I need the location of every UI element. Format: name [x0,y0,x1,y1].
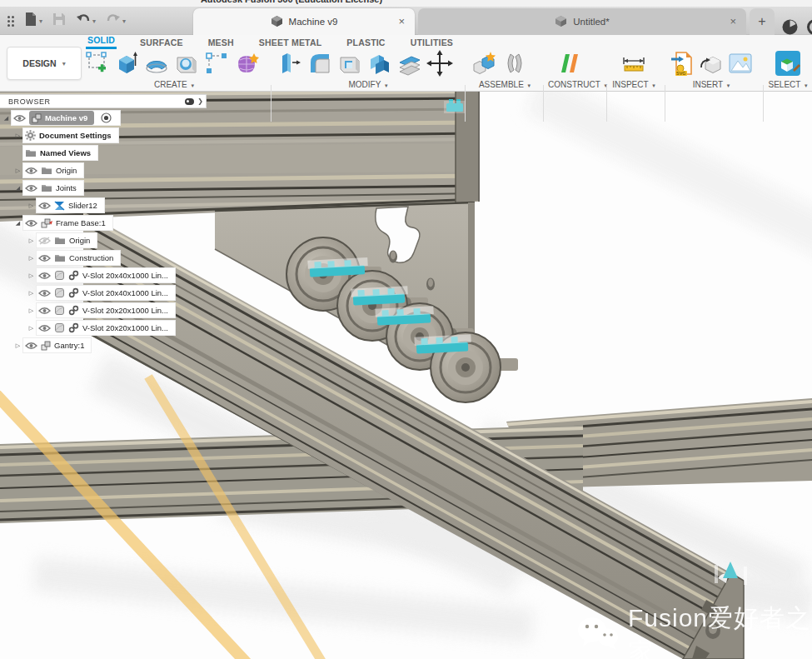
tree-row-vslot-4[interactable]: ▷ V-Slot 20x20x1000 Lin... [0,320,217,336]
group-label-assemble[interactable]: ASSEMBLE ▾ [471,80,538,89]
tab-utilities[interactable]: UTILITIES [409,37,455,49]
group-select: SELECT ▾ [768,49,808,91]
expander-icon[interactable]: ▷ [27,202,36,209]
expander-icon[interactable]: ◢ [13,185,22,192]
expander-icon[interactable]: ▷ [13,342,22,349]
redo-button[interactable]: ▾ [103,10,128,32]
title-bar: Autodesk Fusion 360 (Education License) [0,0,812,7]
eye-icon[interactable] [13,114,26,122]
expander-icon[interactable]: ◢ [2,115,11,122]
create-form-button[interactable] [233,49,260,77]
save-button[interactable] [50,10,68,32]
link-icon [68,322,79,333]
insert-derive-button[interactable] [699,49,725,77]
eye-icon[interactable] [25,342,37,350]
eye-icon[interactable] [25,167,37,175]
expander-icon[interactable]: ▷ [27,237,36,244]
tree-row-gantry[interactable]: ▷ Gantry:1 [0,337,217,353]
press-pull-button[interactable] [276,49,303,77]
eye-icon[interactable] [38,307,51,315]
document-tab-inactive[interactable]: Untitled* × [418,8,746,35]
eye-icon[interactable] [38,272,51,280]
eye-icon[interactable] [38,202,51,210]
undo-button[interactable]: ▾ [73,10,98,32]
component-icon [41,341,51,351]
offset-face-button[interactable] [396,49,423,77]
activate-component-radio[interactable] [99,111,113,125]
expander-icon[interactable]: ▷ [27,325,36,332]
eye-icon[interactable] [25,219,37,227]
insert-svg-button[interactable]: SVG [670,49,695,77]
panel-collapse-icon[interactable]: ❯ [197,97,203,105]
group-label-inspect[interactable]: INSPECT ▾ [610,80,657,89]
notifications-button[interactable] [806,18,812,36]
close-icon[interactable]: × [398,15,405,28]
file-menu-button[interactable]: ▾ [22,10,45,32]
joint-button[interactable] [501,49,528,77]
eye-icon[interactable] [38,289,51,297]
display-mode-icon[interactable] [185,98,194,105]
tree-row-frame-base[interactable]: ◢ Frame Base:1 [0,215,217,231]
measure-button[interactable] [620,49,647,77]
eye-icon[interactable] [25,184,37,192]
move-copy-button[interactable] [426,49,453,77]
tab-plastic[interactable]: PLASTIC [345,37,386,49]
tree-row-root[interactable]: ◢ Machine v9 [0,110,217,126]
new-document-button[interactable]: + [750,8,775,35]
expander-icon[interactable]: ▷ [27,272,36,279]
group-label-modify[interactable]: MODIFY ▾ [276,80,460,89]
new-component-button[interactable] [471,49,498,77]
tree-row-vslot-3[interactable]: ▷ V-Slot 20x20x1000 Lin... [0,302,217,318]
tab-solid[interactable]: SOLID [86,34,117,49]
construct-plane-button[interactable] [555,49,582,77]
pattern-button[interactable] [203,49,230,77]
tree-row-origin[interactable]: ▷ Origin [0,162,217,178]
body-icon [54,305,65,316]
tree-row-vslot-1[interactable]: ▷ V-Slot 20x40x1000 Lin... [0,267,217,283]
tree-row-construction[interactable]: ▷ Construction [0,250,217,266]
expander-icon[interactable]: ▷ [27,255,36,262]
create-sketch-button[interactable] [83,49,110,77]
folder-icon [41,166,52,175]
select-button[interactable] [775,49,801,77]
tree-row-frame-origin[interactable]: ▷ Origin [0,232,217,248]
tree-row-document-settings[interactable]: ▷ Document Settings [0,127,217,143]
expander-icon[interactable]: ▷ [13,167,22,174]
tree-row-slider12[interactable]: ▷ Slider12 [0,197,217,213]
expander-icon[interactable]: ◢ [13,220,22,227]
browser-header[interactable]: BROWSER ❯ [0,94,207,108]
grounded-component-icon [41,217,52,228]
eye-icon[interactable] [38,254,51,262]
expander-icon[interactable]: ▷ [13,132,22,139]
job-status-button[interactable] [781,18,799,36]
hole-button[interactable] [173,49,200,77]
document-tab-active[interactable]: Machine v9 × [193,8,415,35]
fillet-button[interactable] [306,49,333,77]
eye-icon[interactable] [38,324,51,332]
insert-canvas-button[interactable] [727,49,753,77]
group-label-construct[interactable]: CONSTRUCT ▾ [548,80,590,89]
group-label-select[interactable]: SELECT ▾ [768,80,808,89]
root-component[interactable]: Machine v9 [29,111,94,125]
workspace-selector[interactable]: DESIGN ▾ [7,47,82,80]
tree-row-vslot-2[interactable]: ▷ V-Slot 20x40x1000 Lin... [0,285,217,301]
watermark-text: Fusion爱好者之家 [628,602,812,659]
combine-button[interactable] [366,49,393,77]
revolve-button[interactable] [143,49,170,77]
expander-icon[interactable]: ▷ [27,307,36,314]
joint-icon [502,51,527,76]
extrude-button[interactable] [113,49,140,77]
tree-row-joints[interactable]: ◢ Joints [0,180,217,196]
wechat-icon [576,616,620,656]
eye-hidden-icon[interactable] [38,237,51,245]
app-grid-button[interactable] [5,10,17,32]
group-label-create[interactable]: CREATE ▾ [83,80,265,89]
tab-mesh[interactable]: MESH [207,37,236,49]
tab-surface[interactable]: SURFACE [138,37,185,49]
shell-button[interactable] [336,49,363,77]
tab-sheet-metal[interactable]: SHEET METAL [257,37,324,49]
expander-icon[interactable]: ▷ [27,290,36,297]
tree-row-named-views[interactable]: Named Views [0,145,217,161]
close-icon[interactable]: × [730,15,736,28]
group-label-insert[interactable]: INSERT ▾ [670,80,753,89]
